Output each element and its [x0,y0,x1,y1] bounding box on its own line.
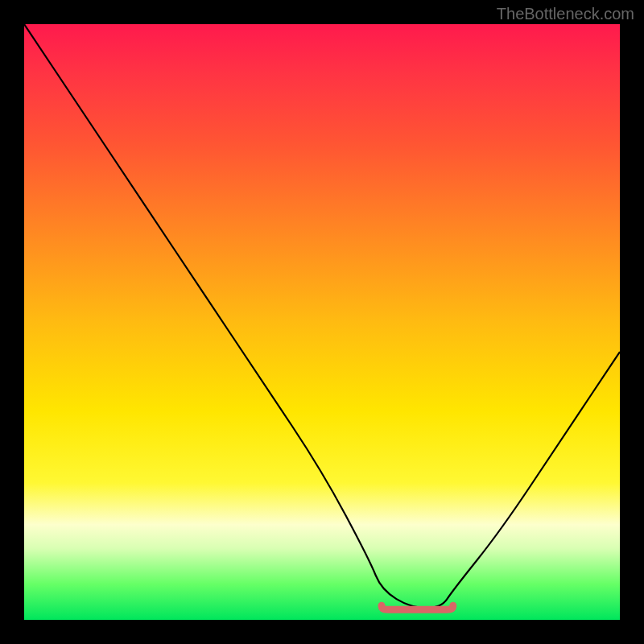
bottleneck-curve-path [24,24,620,608]
curve-svg [24,24,620,620]
watermark-text: TheBottleneck.com [497,5,634,23]
optimal-marker-path [382,605,453,609]
bottleneck-chart [24,24,620,620]
